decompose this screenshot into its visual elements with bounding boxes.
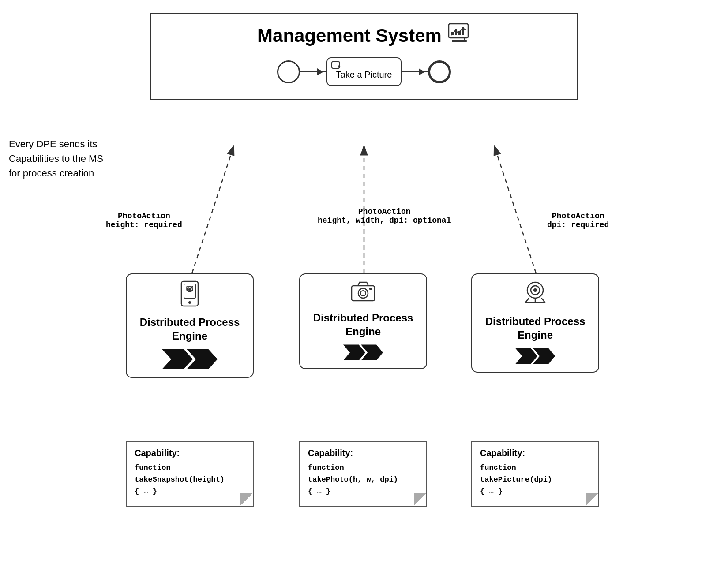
bpmn-task-icon bbox=[331, 61, 341, 72]
ms-title: Management System bbox=[164, 23, 564, 49]
cap-left-code: function takeSnapshot(height) { … } bbox=[135, 462, 245, 498]
dpe-left-arrows bbox=[135, 349, 245, 369]
bpmn-row: Take a Picture bbox=[164, 57, 564, 86]
mobile-icon bbox=[135, 280, 245, 312]
svg-rect-5 bbox=[458, 31, 461, 35]
photo-label-center: PhotoAction height, width, dpi: optional bbox=[318, 207, 451, 225]
webcam-icon bbox=[480, 280, 590, 311]
photo-label-right: PhotoAction dpi: required bbox=[547, 212, 609, 229]
bpmn-task: Take a Picture bbox=[326, 57, 402, 86]
svg-point-18 bbox=[358, 288, 368, 298]
cap-right-title: Capability: bbox=[480, 448, 590, 458]
bpmn-task-label: Take a Picture bbox=[336, 70, 392, 80]
photo-label-left: PhotoAction height: required bbox=[106, 212, 182, 229]
svg-rect-3 bbox=[451, 32, 454, 35]
dpe-box-center: Distributed Process Engine bbox=[299, 273, 427, 369]
dpe-center-label: Distributed Process Engine bbox=[308, 311, 418, 338]
dpe-center-arrows bbox=[308, 344, 418, 360]
svg-line-7 bbox=[192, 146, 234, 273]
capability-box-right: Capability: function takePicture(dpi) { … bbox=[471, 441, 599, 507]
dpe-right-arrows bbox=[480, 348, 590, 364]
ms-icon bbox=[448, 23, 471, 49]
svg-rect-2 bbox=[452, 40, 466, 42]
svg-rect-20 bbox=[369, 288, 372, 290]
dpe-box-right: Distributed Process Engine bbox=[471, 273, 599, 373]
bpmn-end-event bbox=[428, 60, 451, 83]
svg-rect-4 bbox=[455, 29, 457, 35]
svg-rect-6 bbox=[462, 27, 464, 35]
capability-box-center: Capability: function takePhoto(h, w, dpi… bbox=[299, 441, 427, 507]
management-system-box: Management System bbox=[150, 13, 578, 100]
svg-line-9 bbox=[494, 146, 536, 273]
cap-center-code: function takePhoto(h, w, dpi) { … } bbox=[308, 462, 418, 498]
camera-icon bbox=[308, 280, 418, 307]
dpe-left-label: Distributed Process Engine bbox=[135, 315, 245, 343]
cap-right-code: function takePicture(dpi) { … } bbox=[480, 462, 590, 498]
cap-center-title: Capability: bbox=[308, 448, 418, 458]
bpmn-flow-arrow-1 bbox=[300, 71, 326, 72]
svg-point-23 bbox=[533, 288, 537, 292]
bpmn-flow-arrow-2 bbox=[402, 71, 428, 72]
dpe-right-label: Distributed Process Engine bbox=[480, 314, 590, 342]
svg-point-14 bbox=[188, 288, 191, 291]
annotation-text: Every DPE sends its Capabilities to the … bbox=[9, 137, 115, 180]
svg-point-16 bbox=[188, 301, 191, 304]
ms-title-text: Management System bbox=[257, 25, 442, 46]
bpmn-start-event bbox=[277, 60, 300, 83]
svg-point-19 bbox=[360, 291, 366, 296]
cap-left-title: Capability: bbox=[135, 448, 245, 458]
capability-box-left: Capability: function takeSnapshot(height… bbox=[126, 441, 254, 507]
dpe-box-left: Distributed Process Engine bbox=[126, 273, 254, 378]
